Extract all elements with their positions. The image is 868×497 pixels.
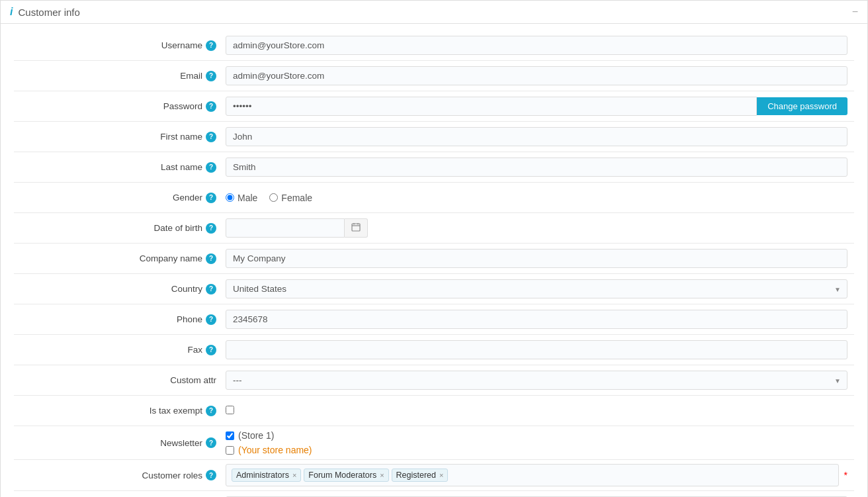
- remove-administrators-button[interactable]: ×: [292, 471, 296, 479]
- custom-attr-select-wrapper: ---: [226, 371, 847, 390]
- newsletter-row: Newsletter ? (Store 1) (Your store name): [14, 426, 854, 460]
- phone-field: [226, 310, 854, 329]
- role-tag-administrators: Administrators ×: [232, 469, 301, 482]
- gender-female-option[interactable]: Female: [269, 193, 312, 203]
- fax-field: [226, 340, 854, 359]
- gender-male-radio[interactable]: [226, 193, 234, 202]
- country-help-icon[interactable]: ?: [206, 284, 216, 294]
- first-name-input[interactable]: [226, 127, 847, 146]
- tax-exempt-row: Is tax exempt ?: [14, 396, 854, 426]
- title-bar: i Customer info −: [1, 1, 867, 24]
- custom-attr-select[interactable]: ---: [226, 371, 847, 390]
- password-field: Change password: [226, 97, 854, 116]
- phone-help-icon[interactable]: ?: [206, 314, 216, 325]
- country-select[interactable]: United States United Kingdom Canada Aust…: [226, 279, 847, 298]
- username-input[interactable]: [226, 36, 847, 55]
- dob-row: Date of birth ?: [14, 213, 854, 244]
- email-field: [226, 66, 854, 85]
- newsletter-help-icon[interactable]: ?: [206, 437, 216, 448]
- calendar-icon: [351, 222, 361, 232]
- company-name-row: Company name ?: [14, 244, 854, 274]
- gender-male-option[interactable]: Male: [226, 193, 257, 203]
- dob-help-icon[interactable]: ?: [206, 223, 216, 234]
- password-help-icon[interactable]: ?: [206, 101, 216, 112]
- dob-input[interactable]: [226, 218, 345, 238]
- newsletter-field: (Store 1) (Your store name): [226, 430, 854, 455]
- customer-info-window: i Customer info − Username ? Email ?: [0, 0, 868, 497]
- email-help-icon[interactable]: ?: [206, 71, 216, 81]
- tax-exempt-help-icon[interactable]: ?: [206, 406, 216, 416]
- newsletter-store-name-checkbox[interactable]: [226, 446, 234, 455]
- gender-field: Male Female: [226, 193, 854, 203]
- password-input-group: Change password: [226, 97, 847, 116]
- customer-roles-label: Customer roles ?: [14, 470, 226, 480]
- remove-registered-button[interactable]: ×: [439, 471, 443, 479]
- country-select-wrapper: United States United Kingdom Canada Aust…: [226, 279, 847, 298]
- company-name-label: Company name ?: [14, 253, 226, 264]
- password-row: Password ? Change password: [14, 91, 854, 122]
- first-name-field: [226, 127, 854, 146]
- last-name-label: Last name ?: [14, 162, 226, 173]
- dob-input-group: [226, 218, 847, 238]
- fax-input[interactable]: [226, 340, 847, 359]
- email-label: Email ?: [14, 71, 226, 81]
- info-icon: i: [10, 6, 13, 18]
- last-name-row: Last name ?: [14, 152, 854, 183]
- customer-roles-field: Administrators × Forum Moderators × Regi…: [226, 464, 854, 486]
- gender-female-radio[interactable]: [269, 193, 278, 202]
- gender-radio-group: Male Female: [226, 193, 847, 203]
- country-row: Country ? United States United Kingdom C…: [14, 274, 854, 304]
- gender-label: Gender ?: [14, 193, 226, 203]
- change-password-button[interactable]: Change password: [757, 97, 847, 115]
- email-input[interactable]: [226, 66, 847, 85]
- newsletter-store-name-option[interactable]: (Your store name): [226, 445, 847, 455]
- title-bar-left: i Customer info: [10, 6, 80, 18]
- password-label: Password ?: [14, 101, 226, 112]
- country-label: Country ?: [14, 284, 226, 294]
- username-row: Username ?: [14, 30, 854, 61]
- required-asterisk: *: [844, 470, 847, 480]
- last-name-input[interactable]: [226, 158, 847, 177]
- country-field: United States United Kingdom Canada Aust…: [226, 279, 854, 298]
- customer-roles-container[interactable]: Administrators × Forum Moderators × Regi…: [226, 464, 839, 486]
- customer-roles-help-icon[interactable]: ?: [206, 470, 216, 480]
- dob-label: Date of birth ?: [14, 223, 226, 234]
- company-name-help-icon[interactable]: ?: [206, 253, 216, 264]
- manager-of-vendor-row: Manager of vendor ? Not a vendor: [14, 491, 854, 497]
- remove-forum-moderators-button[interactable]: ×: [380, 471, 384, 479]
- window-title: Customer info: [18, 7, 79, 18]
- phone-label: Phone ?: [14, 314, 226, 325]
- tax-exempt-label: Is tax exempt ?: [14, 406, 226, 416]
- fax-row: Fax ?: [14, 335, 854, 365]
- minimize-button[interactable]: −: [852, 7, 858, 17]
- newsletter-label: Newsletter ?: [14, 437, 226, 448]
- custom-attr-label: Custom attr: [14, 375, 226, 385]
- newsletter-store1-option[interactable]: (Store 1): [226, 430, 847, 441]
- calendar-button[interactable]: [345, 218, 368, 238]
- custom-attr-row: Custom attr ---: [14, 365, 854, 396]
- email-row: Email ?: [14, 61, 854, 91]
- dob-field: [226, 218, 854, 238]
- newsletter-store1-checkbox[interactable]: [226, 431, 234, 440]
- last-name-help-icon[interactable]: ?: [206, 162, 216, 173]
- first-name-label: First name ?: [14, 132, 226, 142]
- tax-exempt-field: [226, 406, 854, 416]
- tax-exempt-checkbox[interactable]: [226, 406, 234, 414]
- svg-rect-0: [352, 224, 360, 231]
- customer-roles-row: Customer roles ? Administrators × Forum …: [14, 460, 854, 491]
- form-container: Username ? Email ? Password ?: [1, 24, 867, 497]
- username-field: [226, 36, 854, 55]
- first-name-help-icon[interactable]: ?: [206, 132, 216, 142]
- role-tag-registered: Registered ×: [392, 469, 449, 482]
- company-name-input[interactable]: [226, 249, 847, 268]
- username-help-icon[interactable]: ?: [206, 40, 216, 51]
- phone-row: Phone ?: [14, 304, 854, 335]
- custom-attr-field: ---: [226, 371, 854, 390]
- gender-help-icon[interactable]: ?: [206, 193, 216, 203]
- role-tag-forum-moderators: Forum Moderators ×: [304, 469, 388, 482]
- phone-input[interactable]: [226, 310, 847, 329]
- newsletter-group: (Store 1) (Your store name): [226, 430, 847, 455]
- first-name-row: First name ?: [14, 122, 854, 152]
- password-input[interactable]: [226, 97, 757, 116]
- fax-help-icon[interactable]: ?: [206, 345, 216, 355]
